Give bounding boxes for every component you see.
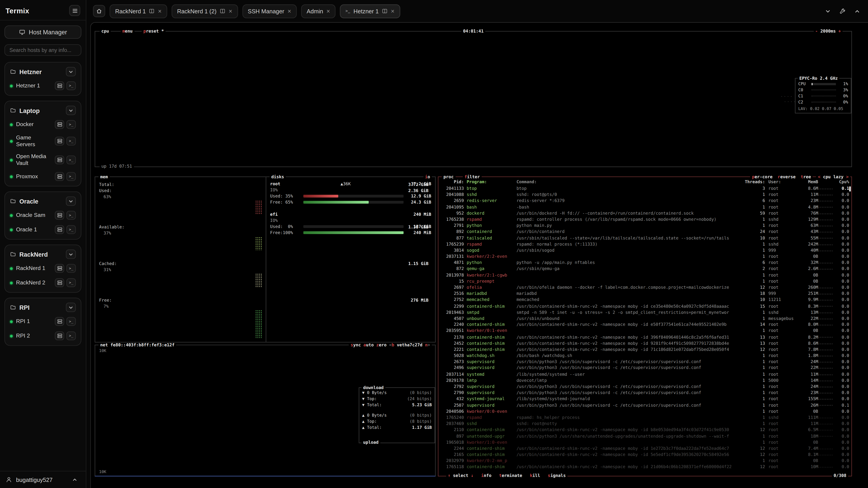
host-connect-button[interactable] [55, 172, 64, 181]
host-item[interactable]: Oracle 1>_ [7, 222, 79, 237]
tab-racknerd-1[interactable]: RackNerd 1× [110, 4, 167, 18]
process-row[interactable]: 2041133btopbtop3root8.6M0.1 [440, 185, 849, 191]
process-row[interactable]: 2041095bash-bash1root4.8M0.0 [440, 204, 849, 210]
process-row[interactable]: 1965018kworker/1:0-even1root0B0.0 [440, 439, 849, 445]
group-header[interactable]: Hetzner [7, 65, 79, 78]
process-row[interactable]: 2221containerd-shim/usr/bin/containerd-s… [440, 346, 849, 352]
host-item[interactable]: Game Servers>_ [7, 132, 79, 151]
tabbar-chevron-down-button[interactable] [824, 7, 832, 15]
host-connect-button[interactable] [55, 137, 64, 145]
process-row[interactable]: 2452containerd-shim/usr/bin/containerd-s… [440, 340, 849, 346]
process-row[interactable]: 2013978kworker/2:1-cgwb1root0B0.0 [440, 272, 849, 278]
process-row[interactable]: 897unattended-upgr/usr/bin/python3 /usr/… [440, 433, 849, 439]
process-row[interactable]: 2165containerd-shim/usr/bin/containerd-s… [440, 452, 849, 458]
process-row[interactable]: 2792supervisord/usr/bin/python3 /usr/bin… [440, 383, 849, 390]
split-icon[interactable] [382, 8, 388, 14]
group-header[interactable]: Laptop [7, 103, 79, 117]
host-item[interactable]: Docker>_ [7, 117, 79, 132]
process-row[interactable]: 1765118containerd-shim/usr/bin/container… [440, 464, 849, 469]
process-row[interactable]: 432systemd-journal/lib/systemd/systemd-j… [440, 396, 849, 402]
host-terminal-button[interactable]: >_ [66, 331, 76, 340]
host-connect-button[interactable] [55, 317, 64, 326]
host-connect-button[interactable] [55, 81, 64, 90]
process-row[interactable]: 2029178lmtpdovecot/lmtp1500014M0.0 [440, 377, 849, 383]
proc-col-header[interactable]: User: [768, 179, 797, 185]
close-icon[interactable]: × [229, 8, 232, 14]
host-item[interactable]: RackNerd 1>_ [7, 261, 79, 275]
close-icon[interactable]: × [391, 8, 395, 14]
host-connect-button[interactable] [55, 264, 64, 273]
process-row[interactable]: 952dockerd/usr/bin/dockerd -H fd:// --co… [440, 210, 849, 216]
proc-col-header[interactable]: Threads: [743, 179, 765, 185]
proc-col-header[interactable]: Pid: [440, 179, 464, 185]
host-terminal-button[interactable]: >_ [66, 264, 76, 273]
group-collapse-button[interactable] [66, 250, 76, 259]
host-item[interactable]: RPI 2>_ [7, 329, 79, 343]
process-row[interactable]: 2673supervisord/usr/bin/python3 /usr/bin… [440, 359, 849, 365]
close-icon[interactable]: × [158, 8, 162, 14]
close-icon[interactable]: × [327, 8, 330, 14]
process-row[interactable]: 4507unbound/usr/sbin/unbound1messagebus2… [440, 315, 849, 322]
host-connect-button[interactable] [55, 278, 64, 287]
tabbar-chevron-up-button[interactable] [853, 7, 862, 15]
process-row[interactable]: 892containerd/usr/bin/containerd24root43… [440, 229, 849, 235]
split-icon[interactable] [149, 8, 155, 14]
split-icon[interactable] [220, 8, 225, 14]
process-row[interactable]: 2032979kworker/0:2-mm_p1root0B0.0 [440, 458, 849, 464]
host-terminal-button[interactable]: >_ [66, 120, 76, 129]
process-row[interactable]: 2240containerd-shim/usr/bin/containerd-s… [440, 322, 849, 328]
host-item[interactable]: Open Media Vault>_ [7, 151, 79, 169]
tabbar-wrench-button[interactable] [838, 6, 847, 15]
tab-hetzner-1[interactable]: >_Hetzner 1× [340, 4, 400, 18]
net-controls[interactable]: sync auto zero <b vetha7c27d n> [349, 343, 432, 348]
host-item[interactable]: RPI 1>_ [7, 314, 79, 329]
terminal-view[interactable]: cpu menu preset * 04:01:41 - 2000ms + ··… [90, 22, 868, 488]
process-row[interactable]: 1765240rspamdrspamd: hs_helper process1s… [440, 414, 849, 420]
host-item[interactable]: RackNerd 2>_ [7, 275, 79, 290]
process-row[interactable]: 3814sogod/usr/sbin/sogod199940M0.0 [440, 247, 849, 253]
group-collapse-button[interactable] [66, 106, 76, 115]
proc-col-header[interactable]: MemB [797, 179, 818, 185]
home-button[interactable] [93, 5, 105, 17]
proc-col-header[interactable]: Command: [517, 179, 743, 185]
process-row[interactable]: 15rcu_preempt1root0B0.0 [440, 278, 849, 284]
process-row[interactable]: 2752memcachedmemcached10112119.9M0.0 [440, 297, 849, 303]
process-row[interactable]: 2037469sshdsshd: root@notty1root11M0.0 [440, 421, 849, 427]
process-row[interactable]: 872qemu-ga/usr/sbin/qemu-ga2root2.6M0.0 [440, 266, 849, 272]
process-row[interactable]: 1765239rspamdrspamd: normal process (*:1… [440, 241, 849, 247]
io-mode-toggle[interactable]: io [423, 174, 432, 180]
menu-button[interactable]: menu [121, 29, 134, 34]
group-collapse-button[interactable] [66, 67, 76, 76]
process-row[interactable]: 2019463smtpdsmtpd -n 589 -t inet -u -o s… [440, 309, 849, 315]
process-row[interactable]: 2790supervisord/usr/bin/python3 /usr/bin… [440, 390, 849, 396]
tab-racknerd-1-2-[interactable]: RackNerd 1 (2)× [172, 4, 238, 18]
process-row[interactable]: 2037131kworker/2:2-even1root0B0.0 [440, 254, 849, 260]
host-terminal-button[interactable]: >_ [66, 156, 76, 164]
process-row[interactable]: 4871pythonpython -u /app/main.py nftable… [440, 260, 849, 266]
proc-col-header[interactable] [818, 179, 833, 185]
group-header[interactable]: RackNerd [7, 248, 79, 261]
proc-col-header[interactable]: Cpu% [833, 179, 849, 185]
tab-admin[interactable]: Admin× [301, 4, 336, 18]
process-row[interactable]: 2516mariadbdmariadbd18999251M0.0 [440, 291, 849, 297]
tab-ssh-manager[interactable]: SSH Manager× [242, 4, 297, 18]
process-row[interactable]: 2496supervisord/usr/bin/python3 /usr/bin… [440, 365, 849, 371]
update-interval-control[interactable]: - 2000ms + [813, 29, 842, 34]
process-row[interactable]: 2040506kworker/0:0-even1root0B0.0 [440, 408, 849, 414]
host-terminal-button[interactable]: >_ [66, 137, 76, 145]
process-row[interactable]: 2299containerd-shim/usr/bin/containerd-s… [440, 303, 849, 309]
host-terminal-button[interactable]: >_ [66, 225, 76, 234]
proc-footer-actions[interactable]: ↑ select ↓ info terminate kill signals [446, 473, 567, 479]
host-terminal-button[interactable]: >_ [66, 172, 76, 181]
process-row[interactable]: 877tailscaled/usr/sbin/tailscaled --stat… [440, 235, 849, 241]
host-item[interactable]: Proxmox>_ [7, 169, 79, 184]
group-collapse-button[interactable] [66, 196, 76, 206]
process-row[interactable]: 2041088sshdsshd: root@pts/01root11M0.0 [440, 192, 849, 198]
process-row[interactable]: 2037114systemd/lib/systemd/systemd --use… [440, 371, 849, 377]
process-row[interactable]: 2244containerd-shim/usr/bin/containerd-s… [440, 445, 849, 451]
process-row[interactable]: 2791pythonpython main.py1root63M0.0 [440, 223, 849, 229]
process-row[interactable]: 2659redis-serverredis-server *:63796root… [440, 198, 849, 204]
sidebar-menu-button[interactable] [69, 5, 80, 16]
process-row[interactable]: 2507supervisord/usr/bin/python3 /usr/bin… [440, 402, 849, 408]
host-connect-button[interactable] [55, 225, 64, 234]
